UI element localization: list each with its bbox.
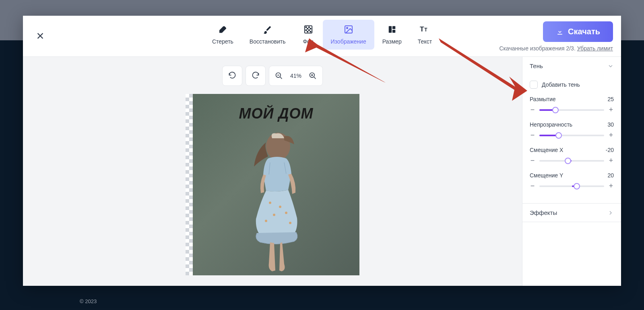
slider-label: Смещение Y bbox=[530, 172, 563, 179]
svg-text:T: T bbox=[425, 27, 428, 33]
blur-slider-row: Размытие 25 − + bbox=[530, 96, 614, 114]
toolbar: Стереть Восстановить Фон Изображение bbox=[23, 16, 621, 57]
svg-point-10 bbox=[347, 27, 348, 29]
tool-size[interactable]: Размер bbox=[374, 20, 410, 50]
svg-point-20 bbox=[279, 206, 281, 208]
chevron-down-icon bbox=[607, 63, 614, 69]
checker-icon bbox=[303, 25, 313, 34]
svg-point-19 bbox=[269, 202, 271, 204]
editor-modal: Стереть Восстановить Фон Изображение bbox=[23, 16, 621, 286]
tool-image[interactable]: Изображение bbox=[323, 20, 374, 50]
tool-label: Восстановить bbox=[250, 38, 286, 45]
close-button[interactable] bbox=[36, 31, 45, 42]
download-icon bbox=[556, 28, 564, 36]
increase-button[interactable]: + bbox=[608, 156, 614, 165]
image-subject bbox=[232, 122, 320, 275]
download-label: Скачать bbox=[568, 27, 600, 36]
zoom-out-button[interactable] bbox=[271, 68, 287, 84]
increase-button[interactable]: + bbox=[608, 182, 614, 190]
svg-rect-5 bbox=[305, 29, 307, 31]
download-button[interactable]: Скачать bbox=[543, 21, 613, 42]
opacity-slider[interactable] bbox=[539, 135, 604, 136]
add-shadow-checkbox[interactable] bbox=[530, 81, 538, 89]
svg-rect-1 bbox=[305, 27, 307, 28]
slider-value: 30 bbox=[607, 121, 614, 128]
decrease-button[interactable]: − bbox=[530, 182, 535, 190]
slider-label: Размытие bbox=[530, 96, 556, 102]
zoom-out-icon bbox=[275, 72, 283, 80]
increase-button[interactable]: + bbox=[608, 131, 614, 139]
offset-y-slider[interactable] bbox=[539, 185, 604, 187]
svg-rect-3 bbox=[307, 28, 308, 29]
decrease-button[interactable]: − bbox=[530, 131, 535, 139]
zoom-level: 41% bbox=[289, 68, 303, 84]
section-title: Тень bbox=[530, 62, 543, 69]
redo-icon bbox=[252, 72, 260, 80]
svg-rect-12 bbox=[392, 26, 395, 29]
slider-value: -20 bbox=[606, 147, 614, 153]
tool-label: Текст bbox=[418, 38, 432, 45]
tool-label: Размер bbox=[382, 38, 402, 45]
properties-panel: Тень Добавить тень Размытие 25 bbox=[522, 57, 621, 286]
tool-label: Изображение bbox=[331, 38, 366, 45]
svg-rect-2 bbox=[308, 27, 310, 28]
tool-label: Стереть bbox=[212, 38, 233, 45]
svg-point-23 bbox=[265, 220, 267, 222]
offset-y-slider-row: Смещение Y 20 − + bbox=[530, 172, 614, 190]
offset-x-slider-row: Смещение X -20 − + bbox=[530, 147, 614, 165]
opacity-slider-row: Непрозрачность 30 − + bbox=[530, 121, 614, 139]
canvas-area: 41% МОЙ ДОМ bbox=[23, 57, 522, 286]
tool-label: Фон bbox=[303, 38, 313, 45]
offset-x-slider[interactable] bbox=[539, 160, 604, 162]
chevron-right-icon bbox=[607, 210, 614, 216]
svg-rect-8 bbox=[310, 31, 311, 33]
svg-point-24 bbox=[289, 222, 291, 224]
brush-icon bbox=[263, 25, 272, 34]
remove-limit-link[interactable]: Убрать лимит bbox=[577, 45, 613, 52]
effects-section-header[interactable]: Эффекты bbox=[522, 204, 621, 222]
slider-label: Смещение X bbox=[530, 147, 563, 153]
svg-point-21 bbox=[273, 214, 275, 216]
shadow-section-header[interactable]: Тень bbox=[522, 57, 621, 75]
image-overlay-text: МОЙ ДОМ bbox=[239, 105, 314, 122]
slider-value: 20 bbox=[607, 172, 614, 179]
blur-slider[interactable] bbox=[539, 109, 604, 111]
tool-background[interactable]: Фон bbox=[294, 20, 323, 50]
close-icon bbox=[36, 31, 45, 40]
svg-text:T: T bbox=[420, 25, 424, 33]
decrease-button[interactable]: − bbox=[530, 106, 535, 114]
svg-rect-7 bbox=[307, 31, 308, 33]
tool-text[interactable]: TT Текст bbox=[410, 20, 440, 50]
slider-label: Непрозрачность bbox=[530, 121, 572, 128]
footer-copyright: © 2023 bbox=[80, 298, 97, 304]
redo-button[interactable] bbox=[248, 68, 264, 84]
svg-rect-13 bbox=[392, 30, 395, 33]
undo-button[interactable] bbox=[224, 68, 240, 84]
tool-restore[interactable]: Восстановить bbox=[242, 20, 294, 50]
increase-button[interactable]: + bbox=[608, 106, 614, 114]
add-shadow-label: Добавить тень bbox=[542, 81, 580, 88]
svg-rect-6 bbox=[308, 29, 310, 31]
canvas[interactable]: МОЙ ДОМ bbox=[186, 94, 359, 275]
transparent-edge bbox=[186, 94, 193, 275]
image-icon bbox=[344, 25, 353, 34]
svg-rect-11 bbox=[389, 26, 392, 33]
text-icon: TT bbox=[420, 25, 429, 34]
decrease-button[interactable]: − bbox=[530, 156, 535, 165]
zoom-in-button[interactable] bbox=[305, 68, 321, 84]
tool-erase[interactable]: Стереть bbox=[204, 20, 242, 50]
undo-icon bbox=[228, 72, 236, 80]
layout-icon bbox=[387, 25, 397, 34]
zoom-in-icon bbox=[309, 72, 317, 80]
section-title: Эффекты bbox=[530, 209, 557, 216]
eraser-icon bbox=[218, 25, 227, 34]
download-info: Скачанные изображения 2/3. Убрать лимит bbox=[500, 45, 613, 52]
svg-point-22 bbox=[285, 212, 287, 214]
canvas-image: МОЙ ДОМ bbox=[193, 94, 359, 275]
svg-rect-4 bbox=[310, 28, 311, 29]
slider-value: 25 bbox=[607, 96, 614, 102]
